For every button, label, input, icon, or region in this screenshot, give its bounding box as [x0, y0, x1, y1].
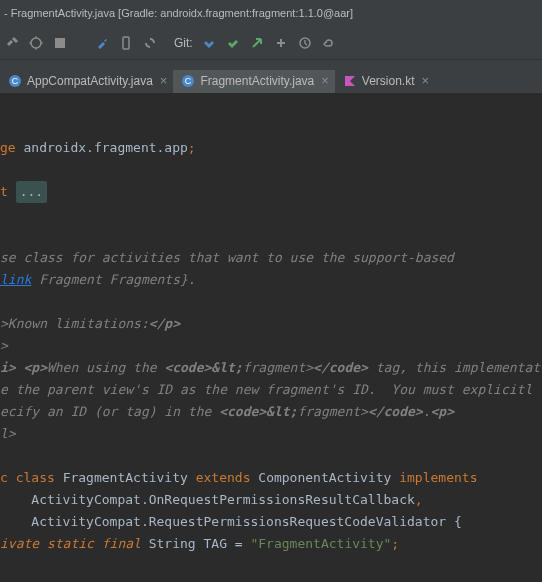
tab-label: FragmentActivity.java — [200, 74, 314, 88]
window-title: - FragmentActivity.java [Gradle: android… — [4, 7, 353, 19]
close-icon[interactable]: × — [321, 73, 329, 88]
sync-icon[interactable] — [142, 35, 158, 51]
svg-text:C: C — [12, 76, 19, 86]
code-editor[interactable]: ge androidx.fragment.app; t ... se class… — [0, 93, 542, 555]
close-icon[interactable]: × — [160, 73, 168, 88]
git-history-icon[interactable] — [297, 35, 313, 51]
fold-marker[interactable]: ... — [16, 181, 47, 203]
toolbar: Git: — [0, 26, 542, 60]
attach-icon[interactable] — [94, 35, 110, 51]
svg-point-0 — [31, 38, 41, 48]
device-icon[interactable] — [118, 35, 134, 51]
git-new-branch-icon[interactable] — [273, 35, 289, 51]
git-update-icon[interactable] — [201, 35, 217, 51]
svg-rect-1 — [55, 38, 65, 48]
stop-icon[interactable] — [52, 35, 68, 51]
tab-fragmentactivity[interactable]: C FragmentActivity.java × — [173, 70, 334, 93]
hammer-icon[interactable] — [4, 35, 20, 51]
git-push-icon[interactable] — [249, 35, 265, 51]
tab-versionkt[interactable]: Version.kt × — [335, 70, 435, 93]
git-revert-icon[interactable] — [321, 35, 337, 51]
debug-icon[interactable] — [28, 35, 44, 51]
git-commit-icon[interactable] — [225, 35, 241, 51]
git-label: Git: — [174, 36, 193, 50]
tab-label: AppCompatActivity.java — [27, 74, 153, 88]
svg-text:C: C — [185, 76, 192, 86]
kotlin-file-icon — [343, 74, 357, 88]
tab-label: Version.kt — [362, 74, 415, 88]
title-bar: - FragmentActivity.java [Gradle: android… — [0, 0, 542, 26]
tab-appcompatactivity[interactable]: C AppCompatActivity.java × — [0, 70, 173, 93]
close-icon[interactable]: × — [422, 73, 430, 88]
svg-rect-2 — [123, 37, 129, 49]
java-class-icon: C — [181, 74, 195, 88]
editor-tabs: C AppCompatActivity.java × C FragmentAct… — [0, 60, 542, 93]
java-class-icon: C — [8, 74, 22, 88]
